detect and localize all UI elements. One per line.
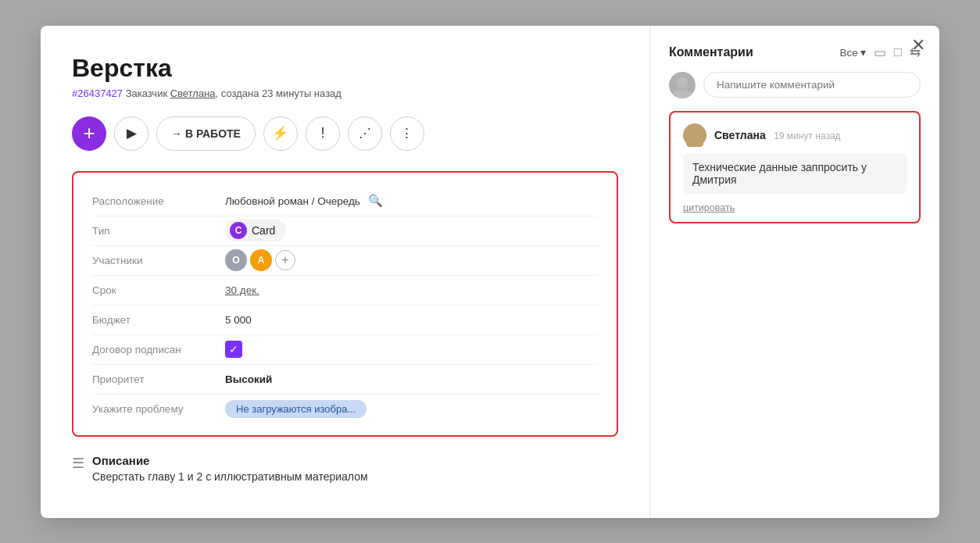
- comment-author-row: Светлана 19 минут назад: [683, 123, 907, 147]
- type-row: Тип C Card: [92, 216, 598, 246]
- comment-author-name: Светлана: [714, 129, 766, 141]
- svg-point-1: [673, 90, 692, 98]
- participants-value: О A +: [225, 249, 295, 271]
- description-section: ☰ Описание Сверстать главу 1 и 2 с иллюс…: [72, 454, 618, 483]
- task-id-link[interactable]: #26437427: [72, 88, 123, 99]
- type-value[interactable]: C Card: [225, 220, 286, 241]
- priority-label: Приоритет: [92, 373, 225, 385]
- location-label: Расположение: [92, 195, 225, 207]
- participants-label: Участники: [92, 255, 225, 266]
- play-button[interactable]: ▶: [114, 116, 148, 151]
- budget-value[interactable]: 5 000: [225, 314, 252, 326]
- budget-row: Бюджет 5 000: [92, 305, 598, 335]
- task-title: Верстка: [72, 54, 618, 83]
- description-content: Описание Сверстать главу 1 и 2 с иллюстр…: [92, 454, 368, 483]
- task-customer[interactable]: Светлана: [170, 88, 216, 99]
- comment-input[interactable]: [703, 72, 921, 98]
- comment-input-row: [669, 72, 921, 98]
- modal-backdrop: ✕ Верстка #26437427 Заказчик Светлана, с…: [0, 0, 980, 543]
- share-button[interactable]: ⋰: [348, 116, 382, 151]
- deadline-value[interactable]: 30 дек.: [225, 284, 259, 296]
- svg-point-3: [686, 139, 703, 147]
- svg-point-2: [690, 128, 699, 138]
- comments-filter: Все ▾ ▭ □ ⇆: [839, 45, 921, 61]
- participant-avatar-2[interactable]: A: [250, 249, 272, 271]
- filter-all-button[interactable]: Все ▾: [839, 46, 865, 59]
- comment-body: Технические данные заппросить у Дмитрия: [683, 153, 907, 194]
- contract-row: Договор подписан ✓: [92, 335, 598, 365]
- comment-quote-button[interactable]: цитировать: [683, 202, 735, 213]
- comment-author-avatar: [683, 123, 706, 147]
- priority-value[interactable]: Высокий: [225, 373, 272, 385]
- svg-point-0: [677, 77, 688, 88]
- filter-layout1-button[interactable]: ▭: [874, 45, 886, 61]
- location-row: Расположение Любовной роман / Очередь 🔍: [92, 187, 598, 216]
- problem-value[interactable]: Не загружаются изобра...: [225, 400, 367, 418]
- comments-title: Комментарии: [669, 45, 753, 59]
- description-icon: ☰: [72, 455, 84, 472]
- budget-label: Бюджет: [92, 314, 225, 326]
- right-panel: Комментарии Все ▾ ▭ □ ⇆: [650, 26, 939, 518]
- type-badge-icon: C: [230, 222, 247, 239]
- description-title: Описание: [92, 454, 368, 467]
- filter-layout2-button[interactable]: □: [894, 45, 902, 60]
- location-search-icon[interactable]: 🔍: [368, 194, 383, 208]
- participant-avatar-1[interactable]: О: [225, 249, 247, 271]
- comment-time: 19 минут назад: [774, 130, 840, 141]
- problem-label: Укажите проблему: [92, 403, 225, 415]
- description-text: Сверстать главу 1 и 2 с иллюстративным м…: [92, 470, 368, 483]
- chevron-down-icon: ▾: [860, 46, 866, 59]
- left-panel: Верстка #26437427 Заказчик Светлана, соз…: [41, 26, 650, 518]
- location-value: Любовной роман / Очередь 🔍: [225, 194, 383, 208]
- card-section: Расположение Любовной роман / Очередь 🔍 …: [72, 171, 618, 437]
- close-button[interactable]: ✕: [911, 37, 925, 54]
- location-link[interactable]: Любовной роман / Очередь: [225, 195, 360, 207]
- type-label: Тип: [92, 225, 225, 237]
- contract-label: Договор подписан: [92, 344, 225, 355]
- problem-row: Укажите проблему Не загружаются изобра..…: [92, 395, 598, 424]
- add-button[interactable]: +: [72, 116, 106, 151]
- more-button[interactable]: ⋮: [390, 116, 424, 151]
- problem-tag[interactable]: Не загружаются изобра...: [225, 400, 367, 418]
- current-user-avatar: [669, 72, 696, 98]
- deadline-label: Срок: [92, 284, 225, 296]
- contract-value[interactable]: ✓: [225, 341, 242, 358]
- participants-row: Участники О A +: [92, 246, 598, 276]
- comment-author-info: Светлана 19 минут назад: [714, 128, 841, 142]
- type-badge-label: Card: [252, 224, 275, 237]
- comments-header: Комментарии Все ▾ ▭ □ ⇆: [669, 45, 921, 61]
- status-button[interactable]: → В РАБОТЕ: [156, 116, 256, 151]
- comment-box: Светлана 19 минут назад Технические данн…: [669, 111, 921, 223]
- task-meta: #26437427 Заказчик Светлана, создана 23 …: [72, 88, 618, 99]
- add-participant-button[interactable]: +: [275, 250, 295, 270]
- alert-button[interactable]: !: [306, 116, 340, 151]
- flash-button[interactable]: ⚡: [263, 116, 298, 151]
- type-badge[interactable]: C Card: [225, 220, 286, 241]
- toolbar: + ▶ → В РАБОТЕ ⚡ ! ⋰ ⋮: [72, 116, 618, 151]
- modal: ✕ Верстка #26437427 Заказчик Светлана, с…: [41, 26, 939, 518]
- contract-checkbox[interactable]: ✓: [225, 341, 242, 358]
- priority-row: Приоритет Высокий: [92, 365, 598, 395]
- deadline-row: Срок 30 дек.: [92, 276, 598, 305]
